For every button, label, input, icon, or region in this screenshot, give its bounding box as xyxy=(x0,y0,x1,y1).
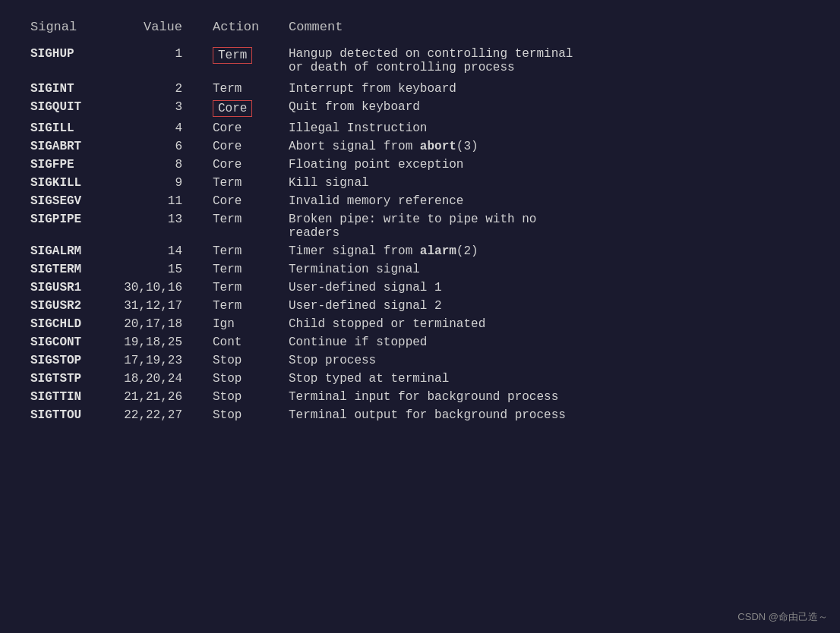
signal-cell: SIGTSTP xyxy=(23,370,114,388)
table-row: SIGILL4CoreIllegal Instruction xyxy=(23,119,817,137)
action-cell: Core xyxy=(205,156,281,174)
table-row: SIGCHLD20,17,18IgnChild stopped or termi… xyxy=(23,315,817,333)
signal-cell: SIGINT xyxy=(23,80,114,98)
value-cell: 19,18,25 xyxy=(114,333,205,351)
comment-cell: Child stopped or terminated xyxy=(281,315,817,333)
action-cell: Term xyxy=(205,210,281,242)
signal-cell: SIGKILL xyxy=(23,174,114,192)
signal-cell: SIGILL xyxy=(23,119,114,137)
table-row: SIGTSTP18,20,24StopStop typed at termina… xyxy=(23,370,817,388)
comment-cell: Kill signal xyxy=(281,174,817,192)
action-cell: Term xyxy=(205,174,281,192)
action-cell: Term xyxy=(205,242,281,260)
table-header-row: Signal Value Action Comment xyxy=(23,15,817,42)
value-cell: 14 xyxy=(114,242,205,260)
action-cell: Stop xyxy=(205,370,281,388)
value-cell: 11 xyxy=(114,192,205,210)
signal-cell: SIGSEGV xyxy=(23,192,114,210)
action-cell: Core xyxy=(205,119,281,137)
signal-cell: SIGALRM xyxy=(23,242,114,260)
value-cell: 21,21,26 xyxy=(114,388,205,406)
action-cell: Core xyxy=(205,98,281,119)
table-row: SIGTERM15TermTermination signal xyxy=(23,260,817,279)
action-cell: Ign xyxy=(205,315,281,333)
table-row: SIGUSR130,10,16TermUser-defined signal 1 xyxy=(23,279,817,297)
value-cell: 8 xyxy=(114,156,205,174)
comment-cell: Terminal input for background process xyxy=(281,388,817,406)
table-row: SIGSEGV11CoreInvalid memory reference xyxy=(23,192,817,210)
table-row: SIGHUP1TermHangup detected on controllin… xyxy=(23,45,817,77)
signal-cell: SIGQUIT xyxy=(23,98,114,119)
signal-cell: SIGPIPE xyxy=(23,210,114,242)
signal-cell: SIGUSR2 xyxy=(23,297,114,315)
comment-cell: Interrupt from keyboard xyxy=(281,80,817,98)
table-row: SIGUSR231,12,17TermUser-defined signal 2 xyxy=(23,297,817,315)
col-comment-header: Comment xyxy=(281,15,817,42)
comment-cell: User-defined signal 1 xyxy=(281,279,817,297)
main-container: Signal Value Action Comment SIGHUP1TermH… xyxy=(0,0,840,633)
table-row: SIGABRT6CoreAbort signal from abort(3) xyxy=(23,137,817,156)
action-cell: Stop xyxy=(205,406,281,424)
value-cell: 2 xyxy=(114,80,205,98)
table-row: SIGFPE8CoreFloating point exception xyxy=(23,156,817,174)
signals-table: Signal Value Action Comment SIGHUP1TermH… xyxy=(23,15,817,424)
value-cell: 9 xyxy=(114,174,205,192)
signal-cell: SIGTTIN xyxy=(23,388,114,406)
value-cell: 30,10,16 xyxy=(114,279,205,297)
table-row: SIGTTIN21,21,26StopTerminal input for ba… xyxy=(23,388,817,406)
comment-cell: Stop process xyxy=(281,351,817,370)
signal-cell: SIGUSR1 xyxy=(23,279,114,297)
comment-cell: Timer signal from alarm(2) xyxy=(281,242,817,260)
table-row: SIGCONT19,18,25ContContinue if stopped xyxy=(23,333,817,351)
action-cell: Stop xyxy=(205,388,281,406)
table-row: SIGPIPE13TermBroken pipe: write to pipe … xyxy=(23,210,817,242)
action-cell: Core xyxy=(205,192,281,210)
action-cell: Term xyxy=(205,279,281,297)
comment-cell: Broken pipe: write to pipe with noreader… xyxy=(281,210,817,242)
comment-cell: Floating point exception xyxy=(281,156,817,174)
signal-cell: SIGTTOU xyxy=(23,406,114,424)
value-cell: 31,12,17 xyxy=(114,297,205,315)
comment-cell: Illegal Instruction xyxy=(281,119,817,137)
table-row: SIGTTOU22,22,27StopTerminal output for b… xyxy=(23,406,817,424)
watermark: CSDN @命由己造～ xyxy=(737,610,828,624)
action-cell: Term xyxy=(205,297,281,315)
signal-cell: SIGFPE xyxy=(23,156,114,174)
action-cell: Term xyxy=(205,260,281,279)
comment-cell: Hangup detected on controlling terminalo… xyxy=(281,45,817,77)
action-cell: Term xyxy=(205,45,281,77)
signal-cell: SIGHUP xyxy=(23,45,114,77)
comment-cell: Continue if stopped xyxy=(281,333,817,351)
value-cell: 6 xyxy=(114,137,205,156)
table-row: SIGQUIT3CoreQuit from keyboard xyxy=(23,98,817,119)
signal-cell: SIGCONT xyxy=(23,333,114,351)
action-cell: Core xyxy=(205,137,281,156)
signal-cell: SIGSTOP xyxy=(23,351,114,370)
value-cell: 20,17,18 xyxy=(114,315,205,333)
table-row: SIGALRM14TermTimer signal from alarm(2) xyxy=(23,242,817,260)
table-row: SIGSTOP17,19,23StopStop process xyxy=(23,351,817,370)
table-row: SIGINT2TermInterrupt from keyboard xyxy=(23,80,817,98)
comment-cell: Abort signal from abort(3) xyxy=(281,137,817,156)
comment-cell: Terminal output for background process xyxy=(281,406,817,424)
action-cell: Stop xyxy=(205,351,281,370)
action-cell: Cont xyxy=(205,333,281,351)
value-cell: 18,20,24 xyxy=(114,370,205,388)
value-cell: 13 xyxy=(114,210,205,242)
value-cell: 22,22,27 xyxy=(114,406,205,424)
action-cell: Term xyxy=(205,80,281,98)
comment-cell: Termination signal xyxy=(281,260,817,279)
value-cell: 3 xyxy=(114,98,205,119)
comment-cell: Invalid memory reference xyxy=(281,192,817,210)
signal-cell: SIGABRT xyxy=(23,137,114,156)
table-row: SIGKILL9TermKill signal xyxy=(23,174,817,192)
col-action-header: Action xyxy=(205,15,281,42)
comment-cell: User-defined signal 2 xyxy=(281,297,817,315)
signal-cell: SIGCHLD xyxy=(23,315,114,333)
comment-cell: Stop typed at terminal xyxy=(281,370,817,388)
col-signal-header: Signal xyxy=(23,15,114,42)
value-cell: 15 xyxy=(114,260,205,279)
value-cell: 17,19,23 xyxy=(114,351,205,370)
value-cell: 4 xyxy=(114,119,205,137)
col-value-header: Value xyxy=(114,15,205,42)
